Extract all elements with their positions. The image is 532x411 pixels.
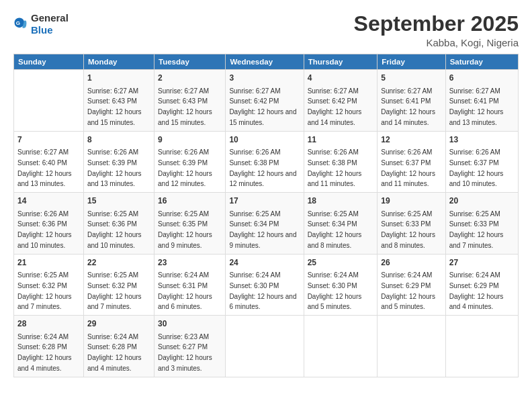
calendar-cell: 11Sunrise: 6:26 AMSunset: 6:38 PMDayligh… — [304, 131, 378, 193]
cell-info: Sunrise: 6:27 AMSunset: 6:43 PMDaylight:… — [158, 87, 212, 126]
calendar-cell: 18Sunrise: 6:25 AMSunset: 6:34 PMDayligh… — [304, 193, 378, 255]
cell-info: Sunrise: 6:26 AMSunset: 6:39 PMDaylight:… — [158, 148, 212, 187]
logo-text: General Blue — [31, 12, 69, 36]
day-number: 6 — [449, 73, 515, 84]
calendar-cell: 9Sunrise: 6:26 AMSunset: 6:39 PMDaylight… — [154, 131, 226, 193]
calendar-cell — [14, 70, 84, 132]
cell-info: Sunrise: 6:26 AMSunset: 6:39 PMDaylight:… — [87, 148, 142, 187]
calendar-cell — [445, 316, 518, 377]
cell-info: Sunrise: 6:25 AMSunset: 6:32 PMDaylight:… — [17, 271, 72, 310]
cell-info: Sunrise: 6:26 AMSunset: 6:37 PMDaylight:… — [381, 148, 435, 187]
calendar-cell: 24Sunrise: 6:24 AMSunset: 6:30 PMDayligh… — [226, 254, 304, 316]
calendar-cell: 20Sunrise: 6:25 AMSunset: 6:33 PMDayligh… — [445, 193, 518, 255]
week-row-4: 28Sunrise: 6:24 AMSunset: 6:28 PMDayligh… — [14, 316, 519, 377]
svg-text:G: G — [16, 20, 20, 26]
cell-info: Sunrise: 6:25 AMSunset: 6:33 PMDaylight:… — [449, 210, 504, 249]
day-number: 19 — [381, 195, 441, 207]
logo: G General Blue — [13, 12, 69, 36]
day-number: 13 — [449, 134, 515, 146]
calendar-cell: 2Sunrise: 6:27 AMSunset: 6:43 PMDaylight… — [154, 70, 226, 132]
calendar-cell: 6Sunrise: 6:27 AMSunset: 6:41 PMDaylight… — [445, 70, 518, 132]
day-number: 3 — [229, 73, 300, 84]
cell-info: Sunrise: 6:24 AMSunset: 6:29 PMDaylight:… — [449, 271, 504, 310]
cell-info: Sunrise: 6:25 AMSunset: 6:35 PMDaylight:… — [158, 210, 212, 249]
cell-info: Sunrise: 6:25 AMSunset: 6:34 PMDaylight:… — [308, 210, 362, 249]
day-number: 1 — [87, 73, 150, 84]
day-number: 2 — [158, 73, 222, 84]
col-thursday: Thursday — [304, 54, 378, 70]
calendar-cell: 17Sunrise: 6:25 AMSunset: 6:34 PMDayligh… — [226, 193, 304, 255]
day-number: 11 — [308, 134, 374, 146]
col-monday: Monday — [83, 54, 154, 70]
header-row: Sunday Monday Tuesday Wednesday Thursday… — [14, 54, 519, 70]
calendar-cell: 7Sunrise: 6:27 AMSunset: 6:40 PMDaylight… — [14, 131, 84, 193]
page: G General Blue September 2025 Kabba, Kog… — [0, 0, 532, 411]
week-row-1: 7Sunrise: 6:27 AMSunset: 6:40 PMDaylight… — [14, 131, 519, 193]
day-number: 8 — [87, 134, 150, 146]
day-number: 12 — [381, 134, 441, 146]
day-number: 23 — [158, 257, 222, 269]
col-wednesday: Wednesday — [226, 54, 304, 70]
calendar-cell: 22Sunrise: 6:25 AMSunset: 6:32 PMDayligh… — [83, 254, 154, 316]
col-saturday: Saturday — [445, 54, 518, 70]
calendar-cell: 13Sunrise: 6:26 AMSunset: 6:37 PMDayligh… — [445, 131, 518, 193]
cell-info: Sunrise: 6:25 AMSunset: 6:32 PMDaylight:… — [87, 271, 142, 310]
cell-info: Sunrise: 6:26 AMSunset: 6:38 PMDaylight:… — [308, 148, 362, 187]
calendar-table: Sunday Monday Tuesday Wednesday Thursday… — [13, 54, 519, 377]
cell-info: Sunrise: 6:25 AMSunset: 6:36 PMDaylight:… — [87, 210, 142, 249]
cell-info: Sunrise: 6:27 AMSunset: 6:42 PMDaylight:… — [308, 87, 362, 126]
calendar-cell: 1Sunrise: 6:27 AMSunset: 6:43 PMDaylight… — [83, 70, 154, 132]
day-number: 20 — [449, 195, 515, 207]
day-number: 27 — [449, 257, 515, 269]
cell-info: Sunrise: 6:24 AMSunset: 6:31 PMDaylight:… — [158, 271, 212, 310]
calendar-cell: 15Sunrise: 6:25 AMSunset: 6:36 PMDayligh… — [83, 193, 154, 255]
day-number: 18 — [308, 195, 374, 207]
day-number: 28 — [17, 318, 80, 330]
calendar-cell: 4Sunrise: 6:27 AMSunset: 6:42 PMDaylight… — [304, 70, 378, 132]
day-number: 25 — [308, 257, 374, 269]
cell-info: Sunrise: 6:24 AMSunset: 6:28 PMDaylight:… — [87, 333, 142, 372]
calendar-cell: 3Sunrise: 6:27 AMSunset: 6:42 PMDaylight… — [226, 70, 304, 132]
day-number: 7 — [17, 134, 80, 146]
subtitle: Kabba, Kogi, Nigeria — [354, 37, 519, 48]
calendar-cell: 10Sunrise: 6:26 AMSunset: 6:38 PMDayligh… — [226, 131, 304, 193]
calendar-cell: 16Sunrise: 6:25 AMSunset: 6:35 PMDayligh… — [154, 193, 226, 255]
day-number: 10 — [229, 134, 300, 146]
cell-info: Sunrise: 6:23 AMSunset: 6:27 PMDaylight:… — [158, 333, 212, 372]
cell-info: Sunrise: 6:27 AMSunset: 6:42 PMDaylight:… — [229, 87, 296, 126]
title-block: September 2025 Kabba, Kogi, Nigeria — [354, 12, 519, 48]
cell-info: Sunrise: 6:27 AMSunset: 6:43 PMDaylight:… — [87, 87, 142, 126]
day-number: 9 — [158, 134, 222, 146]
week-row-0: 1Sunrise: 6:27 AMSunset: 6:43 PMDaylight… — [14, 70, 519, 132]
day-number: 29 — [87, 318, 150, 330]
calendar-cell — [304, 316, 378, 377]
calendar-cell: 26Sunrise: 6:24 AMSunset: 6:29 PMDayligh… — [378, 254, 445, 316]
cell-info: Sunrise: 6:26 AMSunset: 6:38 PMDaylight:… — [229, 148, 296, 187]
cell-info: Sunrise: 6:25 AMSunset: 6:34 PMDaylight:… — [229, 210, 296, 249]
week-row-2: 14Sunrise: 6:26 AMSunset: 6:36 PMDayligh… — [14, 193, 519, 255]
header: G General Blue September 2025 Kabba, Kog… — [13, 12, 519, 48]
day-number: 4 — [308, 73, 374, 84]
cell-info: Sunrise: 6:27 AMSunset: 6:40 PMDaylight:… — [17, 148, 72, 187]
day-number: 5 — [381, 73, 441, 84]
calendar-cell: 27Sunrise: 6:24 AMSunset: 6:29 PMDayligh… — [445, 254, 518, 316]
calendar-cell — [378, 316, 445, 377]
col-friday: Friday — [378, 54, 445, 70]
col-sunday: Sunday — [14, 54, 84, 70]
logo-general: General — [31, 12, 69, 24]
cell-info: Sunrise: 6:24 AMSunset: 6:30 PMDaylight:… — [229, 271, 296, 310]
cell-info: Sunrise: 6:25 AMSunset: 6:33 PMDaylight:… — [381, 210, 435, 249]
day-number: 30 — [158, 318, 222, 330]
logo-icon: G — [13, 17, 28, 32]
cell-info: Sunrise: 6:27 AMSunset: 6:41 PMDaylight:… — [381, 87, 435, 126]
day-number: 17 — [229, 195, 300, 207]
calendar-cell: 30Sunrise: 6:23 AMSunset: 6:27 PMDayligh… — [154, 316, 226, 377]
col-tuesday: Tuesday — [154, 54, 226, 70]
calendar-cell: 19Sunrise: 6:25 AMSunset: 6:33 PMDayligh… — [378, 193, 445, 255]
logo-blue: Blue — [31, 24, 53, 36]
day-number: 16 — [158, 195, 222, 207]
day-number: 14 — [17, 195, 80, 207]
cell-info: Sunrise: 6:24 AMSunset: 6:29 PMDaylight:… — [381, 271, 435, 310]
calendar-cell: 12Sunrise: 6:26 AMSunset: 6:37 PMDayligh… — [378, 131, 445, 193]
calendar-cell: 25Sunrise: 6:24 AMSunset: 6:30 PMDayligh… — [304, 254, 378, 316]
